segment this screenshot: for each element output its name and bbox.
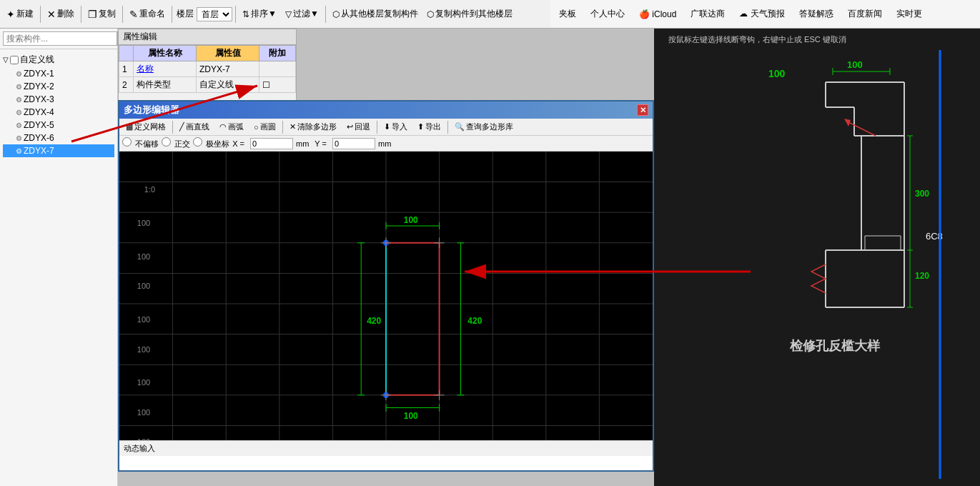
delete-icon: ✕: [47, 9, 56, 20]
filter-button[interactable]: ▽ 过滤▼: [282, 6, 322, 22]
export-button[interactable]: ⬆ 导出: [414, 120, 445, 134]
tree-item-zdyx1[interactable]: ⚙ ZDYX-1: [3, 67, 114, 80]
separator: [235, 6, 236, 23]
poly-separator-4: [447, 121, 448, 134]
coord-radio-no-offset[interactable]: [122, 137, 132, 147]
svg-line-73: [847, 122, 876, 136]
browser-item-3[interactable]: 🍎 iCloud: [635, 8, 680, 21]
cad-panel: 按鼠标左键选择线断弯钩，右键中止或 ESC 键取消 100 100: [654, 29, 980, 486]
coord-radio-label-3: 极坐标: [193, 137, 229, 149]
tree-item-zdyx4[interactable]: ⚙ ZDYX-4: [3, 106, 114, 119]
tree-item-zdyx6[interactable]: ⚙ ZDYX-6: [3, 132, 114, 144]
poly-separator-2: [282, 121, 283, 134]
svg-text:100: 100: [137, 315, 150, 324]
gear-icon-3: ⚙: [16, 96, 22, 104]
svg-text:1:0: 1:0: [144, 185, 155, 194]
circle-icon: ○: [254, 123, 259, 132]
left-panel: 🔍 ▽ 自定义线 ⚙ ZDYX-1 ⚙ ZDYX-2 ⚙ ZDYX-3 ⚙ ZD…: [0, 29, 118, 486]
browser-item-5[interactable]: ☁ 天气预报: [735, 6, 788, 21]
draw-arc-button[interactable]: ◠ 画弧: [216, 120, 247, 134]
sort-button[interactable]: ⇅ 排序▼: [239, 6, 280, 22]
cad-canvas[interactable]: 按鼠标左键选择线断弯钩，右键中止或 ESC 键取消 100 100: [654, 29, 980, 486]
browser-item-8[interactable]: 实时更: [892, 6, 926, 21]
tree-item-zdyx7[interactable]: ⚙ ZDYX-7: [3, 144, 114, 157]
coord-radio-polar[interactable]: [193, 137, 202, 147]
copy-to-floor-button[interactable]: ⬡ 复制构件到其他楼层: [423, 6, 516, 22]
browser-item-1[interactable]: 夹板: [555, 6, 580, 21]
svg-text:420: 420: [367, 316, 381, 326]
prop-row-1: 1 名称 ZDYX-7: [119, 61, 296, 77]
export-icon: ⬆: [417, 122, 424, 132]
floor-select[interactable]: 首层: [197, 7, 232, 21]
prop-value-1[interactable]: ZDYX-7: [197, 61, 259, 77]
clear-polygon-button[interactable]: ✕ 清除多边形: [286, 120, 340, 134]
prop-col-num: [119, 46, 134, 61]
draw-line-button[interactable]: ╱ 画直线: [176, 120, 213, 134]
define-grid-button[interactable]: ▦ 定义网格: [122, 120, 169, 134]
polygon-close-button[interactable]: ✕: [637, 104, 648, 116]
svg-text:100: 100: [137, 408, 150, 417]
browser-toolbar: 夹板 个人中心 🍎 iCloud 广联达商 ☁ 天气预报 答疑解惑 百度新闻 实…: [550, 0, 980, 29]
gear-icon-7: ⚙: [16, 147, 22, 155]
prop-link-1[interactable]: 名称: [137, 64, 154, 74]
poly-separator: [172, 121, 173, 134]
browser-item-6[interactable]: 答疑解惑: [795, 6, 838, 21]
filter-icon: ▽: [285, 9, 292, 19]
prop-name-1: 名称: [134, 61, 197, 77]
x-unit: mm: [296, 139, 309, 148]
prop-extra-2: ☐: [259, 77, 296, 93]
delete-button[interactable]: ✕ 删除: [44, 6, 78, 22]
undo-button[interactable]: ↩ 回退: [343, 120, 374, 134]
gear-icon-2: ⚙: [16, 83, 22, 91]
tree-item-label-4: ZDYX-4: [24, 107, 54, 117]
copy-icon: ❐: [88, 9, 97, 20]
main-toolbar: ✦ 新建 ✕ 删除 ❐ 复制 ✎ 重命名 楼层 首层 ⇅ 排序▼ ▽ 过滤▼ ⬡…: [0, 0, 550, 29]
copy-to-icon: ⬡: [427, 9, 434, 19]
search-input[interactable]: [3, 31, 117, 46]
browser-item-7[interactable]: 百度新闻: [843, 6, 886, 21]
copy-button[interactable]: ❐ 复制: [84, 6, 119, 22]
query-library-button[interactable]: 🔍 查询多边形库: [451, 120, 517, 134]
tree-expand-icon[interactable]: ▽: [3, 56, 9, 64]
y-input[interactable]: [332, 138, 375, 149]
coord-radio-orthogonal[interactable]: [162, 137, 171, 147]
prop-col-value: 属性值: [197, 46, 259, 61]
svg-text:100: 100: [137, 344, 150, 353]
line-icon: ╱: [179, 122, 184, 132]
new-button[interactable]: ✦ 新建: [3, 6, 37, 22]
browser-item-4[interactable]: 广联达商: [686, 6, 729, 21]
polygon-canvas[interactable]: 1:0 100 100 100 100 100 100 100 100: [119, 152, 653, 456]
properties-title: 属性编辑: [119, 29, 296, 45]
tree-item-zdyx5[interactable]: ⚙ ZDYX-5: [3, 119, 114, 132]
tree-root-checkbox[interactable]: [10, 56, 19, 64]
floor-label: 楼层: [177, 8, 194, 20]
browser-item-2[interactable]: 个人中心: [586, 6, 629, 21]
search-bar: 🔍: [0, 29, 117, 49]
coord-radio-label-2: 正交: [162, 137, 190, 149]
draw-circle-button[interactable]: ○ 画圆: [250, 120, 279, 134]
gear-icon-1: ⚙: [16, 70, 22, 78]
gear-icon-6: ⚙: [16, 134, 22, 142]
prop-value-2: 自定义线: [197, 77, 259, 93]
y-label: Y =: [315, 139, 327, 148]
tree-item-zdyx2[interactable]: ⚙ ZDYX-2: [3, 80, 114, 93]
svg-text:100: 100: [137, 252, 150, 260]
svg-text:检修孔反槛大样: 检修孔反槛大样: [789, 339, 881, 353]
prop-col-extra: 附加: [259, 46, 296, 61]
arc-icon: ◠: [219, 122, 227, 132]
tree-panel: ▽ 自定义线 ⚙ ZDYX-1 ⚙ ZDYX-2 ⚙ ZDYX-3 ⚙ ZDYX…: [0, 49, 117, 160]
polygon-title: 多边形编辑器: [124, 104, 179, 116]
import-button[interactable]: ⬇ 导入: [380, 120, 411, 134]
x-input[interactable]: [250, 138, 293, 149]
copy-from-floor-button[interactable]: ⬡ 从其他楼层复制构件: [329, 6, 422, 22]
gear-icon-4: ⚙: [16, 109, 22, 116]
coord-radio-label-1: 不偏移: [122, 137, 159, 149]
rename-icon: ✎: [129, 9, 138, 20]
svg-text:120: 120: [915, 271, 929, 281]
tree-item-zdyx3[interactable]: ⚙ ZDYX-3: [3, 93, 114, 106]
tree-item-label-6: ZDYX-6: [24, 133, 54, 143]
grid-icon: ▦: [126, 122, 133, 132]
polygon-titlebar: 多边形编辑器 ✕: [119, 101, 653, 119]
rename-button[interactable]: ✎ 重命名: [126, 6, 169, 22]
poly-separator-3: [377, 121, 377, 134]
